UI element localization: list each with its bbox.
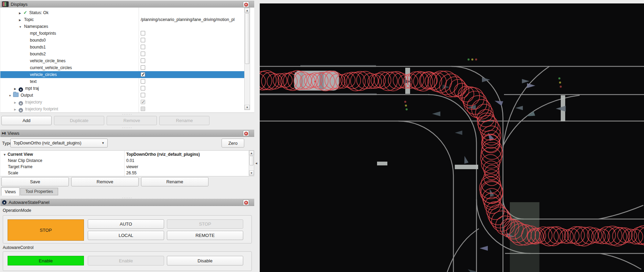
checkbox[interactable] [141,93,145,97]
tree-row-bounds0[interactable]: bounds0 [0,37,244,44]
checkbox[interactable] [141,72,145,77]
checkbox[interactable] [141,45,145,49]
stop-line [455,165,478,169]
status-ok-check-icon: ✓ [23,10,27,15]
displays-icon [2,1,9,7]
add-button[interactable]: Add [1,116,52,125]
auto-button[interactable]: AUTO [88,219,164,229]
scroll-up-icon[interactable]: ▲ [249,151,254,155]
tree-row-vehicle-circle-lines[interactable]: vehicle_circle_lines [0,57,244,64]
checkbox[interactable] [141,31,145,35]
autoware-close-button[interactable]: ✕ [243,199,249,206]
stop-button: STOP [167,219,243,229]
views-panel-header[interactable]: ▶▮ Views [0,130,254,137]
tree-row-label: bounds0 [29,38,46,43]
autoware-panel-header[interactable]: ▲ AutowareStatePanel [0,199,254,206]
autoware-icon: ▲ [2,200,7,205]
disable-button[interactable]: Disable [167,256,243,265]
tree-row-trajectory[interactable]: ▶▲trajectory [0,99,244,106]
checkbox[interactable] [141,52,145,56]
table-row: Scale 26.55 [0,170,254,176]
displays-close-button[interactable]: ✕ [243,1,249,8]
expander-right-icon[interactable]: ▶ [19,17,23,24]
scroll-up-icon[interactable]: ▲ [245,8,250,13]
checkbox[interactable] [141,79,145,84]
topic-value[interactable]: /planning/scenario_planning/lane_driving… [141,16,242,23]
tree-row-mpt-footprints[interactable]: mpt_footprints [0,30,244,37]
chevron-down-icon: ▼ [101,141,105,145]
scroll-down-icon[interactable]: ▼ [245,105,250,110]
tree-row-label: bounds2 [29,52,46,56]
scroll-down-icon[interactable]: ▼ [249,171,254,175]
scrollbar-thumb[interactable] [249,156,254,165]
tree-row-label: Topic [23,17,34,22]
expander-down-icon[interactable]: ▼ [9,93,13,99]
property-value[interactable]: TopDownOrtho (rviz_default_plugins) [126,151,200,157]
scrollbar-thumb[interactable] [245,13,249,64]
tree-row-output[interactable]: ▼Output [0,92,244,99]
save-button[interactable]: Save [1,177,69,186]
property-value[interactable]: 0.01 [126,157,134,164]
tree-row-mpt-traj[interactable]: ▶▲mpt traj [0,85,244,92]
checkbox[interactable] [141,86,145,90]
close-icon: ✕ [244,3,248,7]
tree-row-text[interactable]: text [0,78,244,85]
local-button[interactable]: LOCAL [88,231,164,240]
checkbox[interactable] [141,38,145,42]
tree-row-label: vehicle_circle_lines [29,58,65,63]
tab-views[interactable]: Views [1,187,20,196]
remove-button: Remove [107,116,157,125]
property-value[interactable]: 26.55 [126,170,137,176]
tree-row-bounds2[interactable]: bounds2 [0,51,244,57]
tree-row-topic[interactable]: ▶Topic/planning/scenario_planning/lane_d… [0,16,244,23]
close-icon: ✕ [244,132,248,135]
autoware-icon: ▲ [19,101,23,106]
operation-mode-label: OperationMode [3,208,31,213]
views-panel-title: Views [8,131,19,136]
tree-row-current-vehicle-circles[interactable]: current_vehicle_circles [0,64,244,71]
remote-button[interactable]: REMOTE [167,231,243,240]
autoware-control-state-badge: Enable [8,256,84,265]
tree-row-vehicle-circles[interactable]: vehicle_circles [0,71,244,78]
property-name: Near Clip Distance [8,157,42,164]
tree-row-namespaces[interactable]: ▼Namespaces [0,23,244,30]
displays-scrollbar[interactable]: ▲ ▼ [244,8,250,110]
expander-down-icon[interactable]: ▼ [3,152,8,158]
expander-right-icon[interactable]: ▶ [19,10,23,17]
view-type-value: TopDownOrtho (rviz_default_plugins) [13,141,101,145]
rename-button: Rename [159,116,210,125]
tab-tool-properties[interactable]: Tool Properties [20,188,58,195]
panel-splitter[interactable]: ······ [0,126,255,129]
panel-collapse-arrow[interactable]: ◂ [254,160,259,166]
viz-3d-view[interactable] [260,3,644,272]
expander-down-icon[interactable]: ▼ [19,24,23,31]
rviz-window: Displays ✕ ▶✓Status: Ok▶Topic/planning/s… [0,0,644,272]
tree-row-label: trajectory footprint [24,107,58,111]
remove-button[interactable]: Remove [71,177,139,186]
zero-button[interactable]: Zero [222,139,244,148]
expander-right-icon[interactable]: ▶ [14,99,19,106]
expander-right-icon[interactable]: ▶ [14,106,19,113]
viz-canvas[interactable] [260,3,644,272]
panel-splitter[interactable]: ······ [0,113,255,116]
view-type-combobox[interactable]: TopDownOrtho (rviz_default_plugins) ▼ [10,139,108,148]
views-close-button[interactable]: ✕ [243,130,249,137]
property-value[interactable]: viewer [126,164,138,170]
rename-button[interactable]: Rename [141,177,208,186]
tree-row-status-ok[interactable]: ▶✓Status: Ok [0,9,244,16]
expander-right-icon[interactable]: ▶ [14,86,19,93]
traffic-light-dot [468,58,470,61]
checkbox [141,107,145,111]
tree-row-label: Namespaces [23,24,48,29]
displays-panel-header[interactable]: Displays [0,1,254,8]
checkbox[interactable] [141,65,145,70]
tree-row-label: bounds1 [29,45,46,50]
checkbox[interactable] [141,58,145,63]
displays-tree[interactable]: ▶✓Status: Ok▶Topic/planning/scenario_pla… [0,8,254,113]
tree-row-bounds1[interactable]: bounds1 [0,44,244,51]
autoware-control-label: AutowareControl [3,245,33,250]
views-scrollbar[interactable]: ▲ ▼ [249,150,254,176]
property-name: Current View [8,152,33,157]
tree-row-label: mpt_footprints [29,31,56,36]
tree-row-trajectory-footprint[interactable]: ▶▲trajectory footprint [0,106,244,112]
